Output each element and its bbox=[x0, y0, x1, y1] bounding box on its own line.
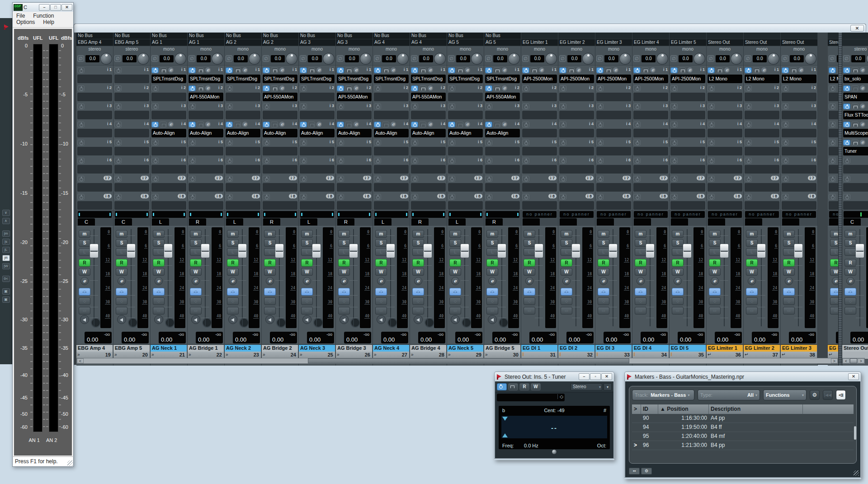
input-routing[interactable] bbox=[558, 33, 595, 39]
insert-power-button[interactable] bbox=[670, 67, 678, 73]
mute-button[interactable]: m bbox=[844, 230, 856, 238]
pan-value[interactable]: 0.0 bbox=[160, 55, 174, 62]
insert-power-button[interactable] bbox=[189, 85, 196, 91]
listen-button[interactable]: L bbox=[783, 248, 795, 256]
insert-plugin-name[interactable] bbox=[829, 183, 838, 192]
pan-bypass-button[interactable]: ∅ bbox=[337, 55, 344, 62]
solo-button[interactable]: S bbox=[783, 239, 795, 247]
insert-power-button[interactable] bbox=[559, 67, 566, 73]
tuner-titlebar[interactable]: Stereo Out: Ins. 5 - Tuner – ▫ ✕ bbox=[494, 371, 614, 381]
eq-state-button[interactable]: ◇ bbox=[598, 297, 609, 305]
output-routing[interactable]: Stereo Out bbox=[781, 39, 817, 46]
insert-plugin-name[interactable] bbox=[411, 111, 446, 119]
channel-name[interactable]: EG Limiter 4 bbox=[828, 344, 838, 352]
insert-power-button[interactable] bbox=[670, 158, 678, 164]
pan-display[interactable]: no panner bbox=[523, 211, 557, 218]
pan-value[interactable]: 0.0 bbox=[308, 55, 322, 62]
insert-plugin-name[interactable] bbox=[782, 93, 816, 101]
level-value-box[interactable]: -oo0.00 bbox=[678, 332, 705, 343]
monitor-button[interactable] bbox=[377, 315, 386, 324]
insert-bypass-button[interactable] bbox=[604, 67, 612, 73]
fader-handle[interactable] bbox=[201, 244, 210, 258]
pan-value[interactable]: 0.0 bbox=[345, 55, 359, 62]
sends-state-button[interactable]: ▭ bbox=[598, 307, 609, 315]
insert-plugin-name[interactable] bbox=[374, 93, 409, 101]
insert-plugin-name[interactable] bbox=[559, 111, 594, 119]
edit-channel-button[interactable]: e bbox=[562, 277, 571, 285]
insert-plugin-name[interactable] bbox=[114, 201, 149, 210]
insert-plugin-name[interactable] bbox=[559, 93, 594, 101]
insert-plugin-name[interactable] bbox=[189, 201, 223, 210]
input-routing[interactable]: No Bus bbox=[447, 33, 484, 39]
mixer-horizontal-scrollbar[interactable]: < > bbox=[76, 358, 838, 364]
insert-power-button[interactable] bbox=[226, 122, 233, 127]
insert-bypass-button[interactable] bbox=[493, 85, 500, 91]
sends-state-button[interactable]: ▭ bbox=[561, 307, 572, 315]
channel-name[interactable]: AG Bridge 3 bbox=[336, 344, 373, 352]
insert-bypass-button[interactable] bbox=[679, 67, 686, 73]
insert-plugin-name[interactable] bbox=[522, 147, 557, 155]
insert-power-button[interactable] bbox=[522, 194, 529, 200]
insert-power-button[interactable] bbox=[374, 103, 381, 109]
common-panel-button[interactable]: ▣ bbox=[2, 288, 10, 295]
insert-power-button[interactable] bbox=[708, 122, 715, 127]
insert-power-button[interactable] bbox=[829, 194, 836, 200]
insert-bypass-button[interactable] bbox=[419, 85, 426, 91]
channel-name[interactable]: AG Neck 5 bbox=[447, 344, 484, 352]
pan-display[interactable]: no panner bbox=[745, 211, 779, 218]
insert-power-button[interactable] bbox=[633, 85, 641, 91]
output-routing[interactable]: EG Limiter 5 bbox=[670, 39, 706, 46]
insert-power-button[interactable] bbox=[782, 176, 789, 182]
read-automation-button[interactable]: R bbox=[79, 259, 90, 267]
insert-power-button[interactable] bbox=[485, 158, 492, 164]
insert-power-button[interactable] bbox=[522, 176, 529, 182]
insert-bypass-button[interactable] bbox=[308, 67, 315, 73]
insert-power-button[interactable] bbox=[448, 85, 455, 91]
insert-edit-button[interactable]: e bbox=[390, 67, 396, 73]
insert-plugin-name[interactable]: Auto-Align bbox=[374, 129, 409, 137]
insert-plugin-name[interactable]: API-550AMon bbox=[411, 93, 446, 101]
insert-power-button[interactable] bbox=[559, 122, 566, 127]
listen-button[interactable]: L bbox=[412, 248, 424, 256]
output-routing[interactable]: Stereo Out bbox=[707, 39, 743, 46]
channel-name[interactable]: EG DI 4 bbox=[632, 344, 669, 352]
listen-button[interactable]: L bbox=[672, 248, 684, 256]
insert-power-button[interactable] bbox=[263, 67, 270, 73]
insert-plugin-name[interactable] bbox=[782, 111, 816, 119]
inserts-state-button[interactable]: -□- bbox=[116, 288, 127, 296]
tuner-close-button[interactable]: ✕ bbox=[601, 373, 612, 380]
insert-plugin-name[interactable] bbox=[337, 111, 372, 119]
insert-plugin-name[interactable] bbox=[263, 147, 297, 155]
insert-plugin-name[interactable] bbox=[189, 111, 223, 119]
level-value-box[interactable]: -oo0.00 bbox=[604, 332, 631, 343]
insert-plugin-name[interactable]: SPLTrnsntDsg bbox=[374, 75, 409, 83]
insert-power-button[interactable] bbox=[829, 103, 836, 109]
pan-display[interactable]: no panner bbox=[782, 211, 816, 218]
insert-plugin-name[interactable] bbox=[151, 147, 186, 155]
pan-value[interactable]: 0.0 bbox=[493, 55, 508, 62]
pan-knob[interactable] bbox=[175, 53, 186, 65]
insert-plugin-name[interactable] bbox=[151, 93, 186, 101]
listen-button[interactable]: L bbox=[79, 248, 90, 256]
inserts-state-button[interactable]: -□- bbox=[709, 288, 721, 296]
common-panel-button[interactable]: ▣ bbox=[2, 296, 10, 303]
insert-power-button[interactable] bbox=[708, 85, 715, 91]
input-routing[interactable]: No Bus bbox=[484, 33, 521, 39]
insert-power-button[interactable] bbox=[843, 158, 850, 164]
insert-edit-button[interactable]: e bbox=[242, 121, 248, 127]
insert-plugin-name[interactable] bbox=[448, 93, 483, 101]
input-routing[interactable] bbox=[632, 33, 669, 39]
insert-plugin-name[interactable] bbox=[745, 129, 779, 137]
tuner-dropdown-button[interactable]: ▾ bbox=[604, 383, 612, 390]
insert-plugin-name[interactable]: SPAN bbox=[843, 93, 868, 101]
insert-plugin-name[interactable] bbox=[596, 147, 631, 155]
insert-edit-button[interactable]: e bbox=[353, 121, 359, 127]
record-enable-button[interactable] bbox=[165, 318, 175, 328]
mute-button[interactable]: m bbox=[830, 230, 838, 238]
fader-handle[interactable] bbox=[646, 244, 655, 258]
inserts-state-button[interactable]: -□- bbox=[412, 288, 424, 296]
fader-handle[interactable] bbox=[423, 244, 432, 258]
insert-edit-button[interactable]: e bbox=[859, 121, 866, 127]
solo-button[interactable]: S bbox=[524, 239, 535, 247]
insert-plugin-name[interactable]: API-550AMon bbox=[263, 93, 297, 101]
